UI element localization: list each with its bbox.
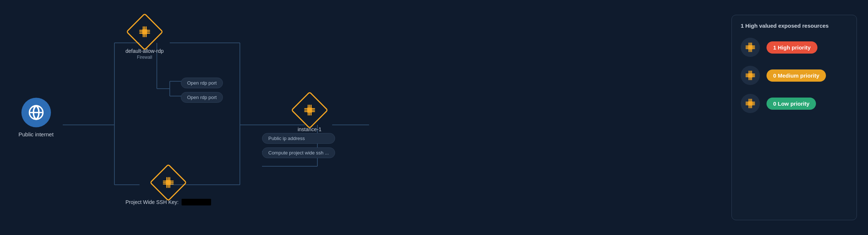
instance-diamond-node: instance-1 Compute Instance xyxy=(292,97,327,138)
priority-icon-medium xyxy=(741,66,760,85)
svg-rect-23 xyxy=(142,29,147,34)
graph-area: Public internet xyxy=(11,7,724,228)
ssh-icon-container xyxy=(162,177,174,188)
instance-badge-1: Compute project wide ssh ... xyxy=(262,147,335,158)
svg-rect-62 xyxy=(748,45,752,50)
instance-icon-container xyxy=(304,104,316,116)
ssh-diamond-node: Project Wide SSH Key: xyxy=(125,169,211,205)
ssh-redacted-value xyxy=(182,199,211,205)
globe-icon xyxy=(21,98,51,127)
priority-row-low: 0 Low priority xyxy=(741,94,848,113)
priority-row-high: 1 High priority xyxy=(741,38,848,57)
chip-icon-ssh xyxy=(162,177,174,188)
instance-badge-0: Public ip address xyxy=(262,133,335,144)
public-internet-node: Public internet xyxy=(18,98,54,137)
firewall-type: Firewall xyxy=(137,55,152,60)
chip-icon-medium xyxy=(745,70,755,81)
ssh-diamond xyxy=(149,164,187,201)
chip-icon xyxy=(139,26,151,38)
firewall-diamond-node: default-allow-rdp Firewall xyxy=(125,18,164,60)
high-priority-badge[interactable]: 1 High priority xyxy=(767,41,817,54)
panel-title: 1 High valued exposed resources xyxy=(741,23,848,29)
firewall-badge-1: Open rdp port xyxy=(181,92,223,103)
firewall-badge-0: Open rdp port xyxy=(181,78,223,88)
right-panel: 1 High valued exposed resources xyxy=(731,15,857,220)
connections-svg xyxy=(11,7,724,228)
instance-node: instance-1 Compute Instance xyxy=(292,97,327,138)
chip-icon-high xyxy=(745,42,755,52)
svg-rect-36 xyxy=(166,180,170,185)
instance-diamond xyxy=(291,91,328,129)
priority-row-medium: 0 Medium priority xyxy=(741,66,848,85)
svg-rect-49 xyxy=(307,108,312,112)
chip-icon-instance xyxy=(304,104,316,116)
chip-icon-low xyxy=(745,98,755,109)
medium-priority-badge[interactable]: 0 Medium priority xyxy=(767,69,826,82)
low-priority-badge[interactable]: 0 Low priority xyxy=(767,98,816,110)
main-container: Public internet xyxy=(0,0,868,235)
priority-icon-low xyxy=(741,94,760,113)
svg-rect-75 xyxy=(748,73,752,78)
public-internet-label: Public internet xyxy=(18,131,54,137)
firewall-diamond xyxy=(126,13,163,51)
firewall-badges-container: Open rdp port Open rdp port xyxy=(181,78,223,103)
ssh-name: Project Wide SSH Key: xyxy=(125,199,179,205)
instance-badges-container: Public ip address Compute project wide s… xyxy=(262,133,335,158)
globe-svg xyxy=(28,105,44,121)
priority-icon-high xyxy=(741,38,760,57)
firewall-icon-container xyxy=(139,26,151,38)
firewall-node: default-allow-rdp Firewall xyxy=(125,18,164,60)
ssh-node: Project Wide SSH Key: xyxy=(125,169,211,205)
svg-rect-88 xyxy=(748,101,752,106)
